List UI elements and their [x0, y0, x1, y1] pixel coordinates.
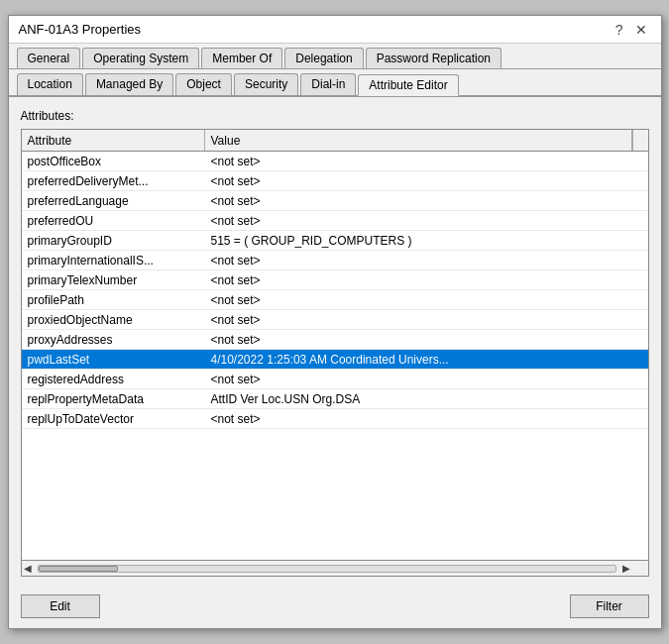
- edit-button[interactable]: Edit: [21, 594, 100, 618]
- tab-member-of[interactable]: Member Of: [201, 48, 282, 68]
- cell-attribute: registeredAddress: [22, 370, 205, 388]
- cell-attribute: pwdLastSet: [22, 350, 205, 369]
- cell-attribute: preferredLanguage: [22, 191, 205, 210]
- cell-value: <not set>: [205, 310, 648, 329]
- table-row[interactable]: primaryInternationalIS...<not set>: [22, 251, 648, 270]
- cell-attribute: primaryInternationalIS...: [22, 251, 205, 269]
- cell-value: <not set>: [205, 191, 648, 210]
- filter-button[interactable]: Filter: [570, 594, 649, 618]
- column-header-value: Value: [205, 130, 632, 151]
- cell-attribute: replUpToDateVector: [22, 409, 205, 428]
- table-row[interactable]: preferredDeliveryMet...<not set>: [22, 171, 648, 191]
- cell-attribute: primaryTelexNumber: [22, 270, 205, 289]
- h-scroll-left-btn[interactable]: ◀: [22, 563, 34, 574]
- footer: Edit Filter: [9, 585, 661, 628]
- cell-value: <not set>: [205, 251, 648, 269]
- tab-managed-by[interactable]: Managed By: [85, 73, 173, 95]
- column-header-attribute: Attribute: [22, 130, 205, 151]
- cell-value: <not set>: [205, 290, 648, 309]
- h-scroll-track[interactable]: [38, 565, 616, 573]
- table-row[interactable]: replUpToDateVector<not set>: [22, 409, 648, 429]
- cell-value: <not set>: [205, 330, 648, 349]
- table-row[interactable]: primaryGroupID515 = ( GROUP_RID_COMPUTER…: [22, 231, 648, 251]
- h-scroll-right-btn[interactable]: ▶: [620, 563, 632, 574]
- properties-dialog: ANF-01A3 Properties ? ✕ General Operatin…: [8, 15, 662, 629]
- tabs-row2: Location Managed By Object Security Dial…: [9, 69, 661, 97]
- cell-attribute: preferredDeliveryMet...: [22, 171, 205, 190]
- cell-attribute: profilePath: [22, 290, 205, 309]
- table-body[interactable]: postOfficeBox<not set>preferredDeliveryM…: [22, 152, 648, 560]
- table-row[interactable]: proxiedObjectName<not set>: [22, 310, 648, 330]
- tab-location[interactable]: Location: [17, 73, 83, 95]
- table-row[interactable]: proxyAddresses<not set>: [22, 330, 648, 350]
- table-row[interactable]: primaryTelexNumber<not set>: [22, 270, 648, 290]
- table-row[interactable]: registeredAddress<not set>: [22, 370, 648, 389]
- cell-value: <not set>: [205, 211, 648, 230]
- cell-value: 4/10/2022 1:25:03 AM Coordinated Univers…: [205, 350, 648, 369]
- tab-delegation[interactable]: Delegation: [284, 48, 363, 68]
- close-button[interactable]: ✕: [631, 23, 651, 37]
- attributes-table: Attribute Value postOfficeBox<not set>pr…: [21, 129, 649, 577]
- tabs-row1: General Operating System Member Of Deleg…: [9, 44, 661, 69]
- cell-value: <not set>: [205, 370, 648, 388]
- table-row[interactable]: replPropertyMetaDataAttID Ver Loc.USN Or…: [22, 389, 648, 409]
- title-bar-buttons: ? ✕: [612, 23, 651, 37]
- tab-security[interactable]: Security: [234, 73, 298, 95]
- cell-attribute: proxiedObjectName: [22, 310, 205, 329]
- tab-attribute-editor[interactable]: Attribute Editor: [358, 74, 458, 96]
- help-button[interactable]: ?: [612, 23, 627, 37]
- table-row[interactable]: postOfficeBox<not set>: [22, 152, 648, 171]
- cell-value: <not set>: [205, 270, 648, 289]
- tab-password-replication[interactable]: Password Replication: [366, 48, 502, 68]
- table-row[interactable]: pwdLastSet4/10/2022 1:25:03 AM Coordinat…: [22, 350, 648, 370]
- cell-value: <not set>: [205, 171, 648, 190]
- tab-general[interactable]: General: [17, 48, 81, 68]
- table-header: Attribute Value: [22, 130, 648, 152]
- cell-attribute: replPropertyMetaData: [22, 389, 205, 408]
- cell-attribute: postOfficeBox: [22, 152, 205, 170]
- cell-value: 515 = ( GROUP_RID_COMPUTERS ): [205, 231, 648, 250]
- cell-attribute: proxyAddresses: [22, 330, 205, 349]
- table-row[interactable]: preferredLanguage<not set>: [22, 191, 648, 211]
- table-row[interactable]: preferredOU<not set>: [22, 211, 648, 231]
- tab-dial-in[interactable]: Dial-in: [300, 73, 356, 95]
- cell-attribute: primaryGroupID: [22, 231, 205, 250]
- cell-value: AttID Ver Loc.USN Org.DSA: [205, 389, 648, 408]
- horizontal-scrollbar[interactable]: ◀ ▶: [22, 560, 648, 576]
- content-area: Attributes: Attribute Value postOfficeBo…: [9, 97, 661, 585]
- title-bar: ANF-01A3 Properties ? ✕: [9, 16, 661, 44]
- dialog-title: ANF-01A3 Properties: [19, 22, 142, 37]
- cell-value: <not set>: [205, 409, 648, 428]
- h-scroll-thumb[interactable]: [39, 566, 118, 572]
- attributes-label: Attributes:: [21, 109, 649, 123]
- tab-operating-system[interactable]: Operating System: [82, 48, 199, 68]
- table-row[interactable]: profilePath<not set>: [22, 290, 648, 310]
- tab-object[interactable]: Object: [175, 73, 232, 95]
- cell-value: <not set>: [205, 152, 648, 170]
- cell-attribute: preferredOU: [22, 211, 205, 230]
